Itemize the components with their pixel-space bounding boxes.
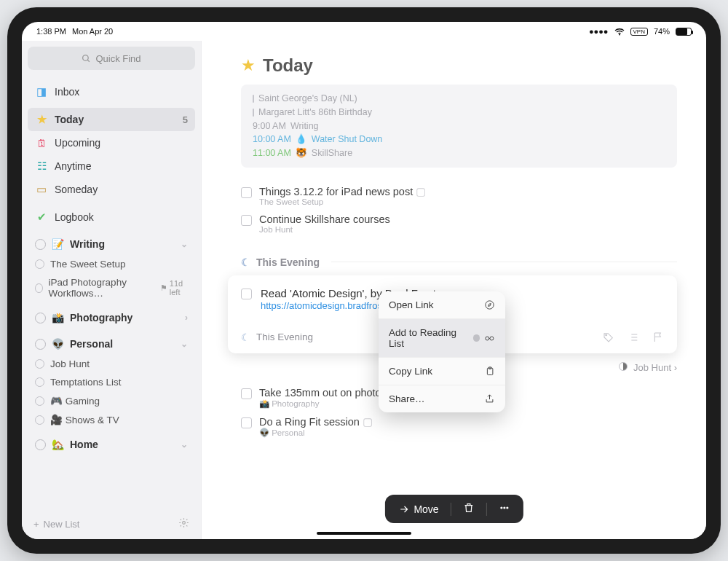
project-ipad-photo[interactable]: iPad Photography Workflows… ⚑ 11d left <box>28 273 195 302</box>
sidebar-someday[interactable]: ▭ Someday <box>28 178 195 201</box>
link-context-menu: Open Link Add to Reading List Copy Link … <box>379 291 505 412</box>
project-jobhunt[interactable]: Job Hunt <box>28 355 195 373</box>
search-icon <box>82 54 91 63</box>
sidebar-today-label: Today <box>55 114 84 125</box>
main-content: ★ Today Saint George's Day (NL) Margaret… <box>202 41 706 539</box>
area-personal-label: Personal <box>70 338 113 350</box>
quick-find-label: Quick Find <box>95 53 141 64</box>
area-circle-icon <box>35 313 46 323</box>
status-time: 1:38 PM <box>36 27 66 36</box>
page-title: Today <box>263 55 313 76</box>
moon-icon: ☾ <box>241 332 250 343</box>
sidebar-upcoming-label: Upcoming <box>55 137 100 149</box>
project-circle-icon <box>35 415 44 425</box>
area-emoji: 📸 <box>52 312 64 323</box>
sidebar-upcoming[interactable]: 🗓 Upcoming <box>28 131 195 154</box>
sidebar: Quick Find ◨ Inbox ★ Today 5 🗓 <box>22 41 202 539</box>
share-item[interactable]: Share… <box>379 385 505 412</box>
area-photography-label: Photography <box>70 312 132 323</box>
copy-link-item[interactable]: Copy Link <box>379 358 505 385</box>
menu-label: Add to Reading List <box>389 327 473 349</box>
task-project: Job Hunt <box>259 225 390 234</box>
svg-line-2 <box>88 60 90 62</box>
inbox-icon: ◨ <box>35 85 48 98</box>
area-home-label: Home <box>70 439 98 450</box>
menu-label: Share… <box>389 393 425 404</box>
project-temptations[interactable]: Temptations List <box>28 373 195 391</box>
trash-button[interactable] <box>463 502 475 516</box>
task-row[interactable]: Do a Ring Fit session ▢ 👽 Personal <box>225 412 677 442</box>
area-writing[interactable]: 📝 Writing ⌄ <box>28 233 195 255</box>
chevron-right-icon: › <box>674 362 677 373</box>
add-reading-list-item[interactable]: Add to Reading List <box>379 319 505 358</box>
project-circle-icon <box>35 259 44 269</box>
project-label: iPad Photography Workflows… <box>49 277 154 299</box>
sidebar-logbook-label: Logbook <box>55 211 94 223</box>
checkbox[interactable] <box>241 417 252 428</box>
notes-icon: ▢ <box>363 416 373 428</box>
plus-icon: + <box>33 519 39 530</box>
sidebar-inbox[interactable]: ◨ Inbox <box>28 80 195 103</box>
separator <box>486 503 487 516</box>
moon-icon: ☾ <box>241 256 250 268</box>
sidebar-anytime[interactable]: ☷ Anytime <box>28 154 195 178</box>
calendar-events: Saint George's Day (NL) Margaret Litt's … <box>241 85 677 168</box>
chevron-down-icon: ⌄ <box>181 239 188 249</box>
gear-icon[interactable] <box>178 517 189 530</box>
project-circle-icon <box>619 362 628 371</box>
evening-section-header: ☾ This Evening <box>241 256 677 268</box>
area-emoji: 👽 <box>52 338 64 350</box>
project-shows-tv[interactable]: 🎥 Shows & TV <box>28 410 195 429</box>
quick-find[interactable]: Quick Find <box>28 47 195 70</box>
area-emoji: 🏡 <box>52 439 64 450</box>
open-link-item[interactable]: Open Link <box>379 291 505 319</box>
chevron-down-icon: ⌄ <box>181 339 188 349</box>
sidebar-logbook[interactable]: ✔︎ Logbook <box>28 205 195 229</box>
project-circle-icon <box>35 396 44 406</box>
area-emoji: 📝 <box>52 238 64 250</box>
more-button[interactable] <box>499 502 510 516</box>
calendar-icon: 🗓 <box>35 136 48 149</box>
checkbox[interactable] <box>241 187 252 198</box>
area-personal[interactable]: 👽 Personal ⌄ <box>28 333 195 355</box>
screen: 1:38 PM Mon Apr 20 ●●●● VPN 74% Quick Fi… <box>22 22 706 539</box>
area-writing-label: Writing <box>70 238 105 250</box>
sidebar-footer: + New List <box>28 510 195 539</box>
area-home[interactable]: 🏡 Home ⌄ <box>28 434 195 455</box>
project-label: The Sweet Setup <box>50 259 126 270</box>
area-circle-icon <box>35 339 46 350</box>
area-circle-icon <box>35 239 46 250</box>
task-row[interactable]: Continue Skillshare courses Job Hunt <box>225 210 677 238</box>
sidebar-inbox-label: Inbox <box>55 86 79 98</box>
svg-point-5 <box>501 507 502 509</box>
tag-icon[interactable] <box>603 332 614 343</box>
chevron-right-icon: › <box>185 313 188 323</box>
svg-point-3 <box>183 522 186 525</box>
task-row[interactable]: Things 3.12.2 for iPad news post ▢ The S… <box>225 182 677 210</box>
when-label[interactable]: This Evening <box>256 332 313 342</box>
checkbox[interactable] <box>241 289 252 299</box>
evening-label: This Evening <box>256 256 320 268</box>
home-indicator[interactable] <box>317 532 411 535</box>
area-photography[interactable]: 📸 Photography › <box>28 307 195 329</box>
project-circle-icon <box>35 359 44 369</box>
project-label: Job Hunt <box>50 358 90 369</box>
task-project: The Sweet Setup <box>259 197 426 206</box>
loading-dot-icon <box>473 334 480 342</box>
project-gaming[interactable]: 🎮 Gaming <box>28 391 195 410</box>
checklist-icon[interactable] <box>628 332 639 343</box>
notes-icon: ▢ <box>416 186 426 197</box>
checkbox[interactable] <box>241 388 252 399</box>
sidebar-today[interactable]: ★ Today 5 <box>28 108 195 131</box>
svg-point-6 <box>504 507 505 509</box>
svg-point-10 <box>490 337 494 340</box>
project-sweet-setup[interactable]: The Sweet Setup <box>28 255 195 273</box>
new-list-button[interactable]: New List <box>44 519 80 530</box>
chevron-down-icon: ⌄ <box>181 439 188 450</box>
task-title: Things 3.12.2 for iPad news post ▢ <box>259 186 426 197</box>
project-label: 🎥 Shows & TV <box>50 414 119 425</box>
menu-label: Copy Link <box>389 366 432 377</box>
flag-icon[interactable] <box>652 332 664 343</box>
checkbox[interactable] <box>241 215 252 226</box>
move-button[interactable]: Move <box>397 503 438 515</box>
